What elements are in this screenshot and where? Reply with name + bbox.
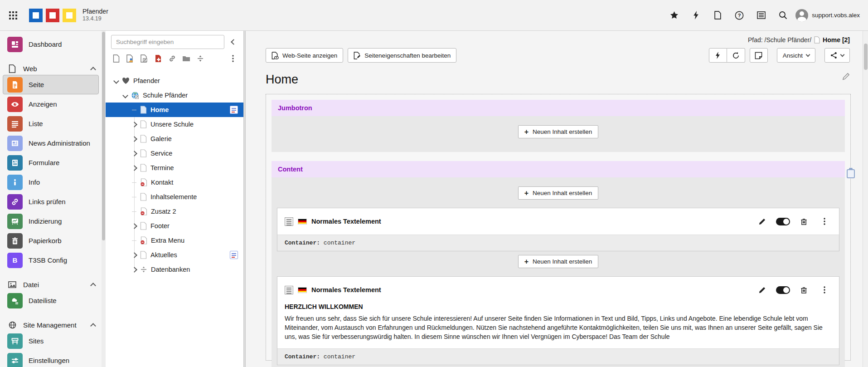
tree-node-inhaltselemente[interactable]: Inhaltselemente <box>106 190 243 204</box>
refresh-button[interactable] <box>727 48 745 63</box>
chevron-right-icon[interactable] <box>131 267 137 273</box>
page-module-icon <box>7 77 23 93</box>
edit-title-pencil-icon[interactable] <box>842 73 850 80</box>
chevron-right-icon[interactable] <box>131 136 137 142</box>
sidebar-item-dateiliste[interactable]: Dateiliste <box>3 291 99 310</box>
systeminfo-button[interactable] <box>752 6 770 24</box>
toggle-on-icon <box>776 286 790 294</box>
hidden-page-icon <box>140 236 147 245</box>
page-edit-icon <box>354 52 361 59</box>
sidebar-item-papierkorb[interactable]: Papierkorb <box>3 231 99 250</box>
sidebar-section-label: Web <box>23 65 37 73</box>
new-content-button[interactable]: + Neuen Inhalt erstellen <box>518 255 599 268</box>
new-content-button[interactable]: + Neuen Inhalt erstellen <box>518 186 599 200</box>
collapse-tree-button[interactable] <box>227 36 240 49</box>
sidebar-item-dashboard[interactable]: Dashboard <box>3 34 99 54</box>
clear-page-cache-button[interactable] <box>709 48 727 63</box>
section-body: + Neuen Inhalt erstellen Normales Textel… <box>272 177 845 367</box>
module-menu: Dashboard Web Seite Anzeigen Liste News … <box>0 31 102 367</box>
new-usersection-page-icon[interactable] <box>126 54 134 63</box>
tree-node-zusatz-2[interactable]: Zusatz 2 <box>106 204 243 219</box>
clear-cache-button[interactable] <box>687 6 705 24</box>
sidebar-item-seite[interactable]: Seite <box>3 75 99 94</box>
sidebar-item-liste[interactable]: Liste <box>3 114 99 133</box>
chevron-right-icon[interactable] <box>131 151 137 157</box>
sidebar-item-anzeigen[interactable]: Anzeigen <box>3 94 99 114</box>
scrollbar-thumb[interactable] <box>102 32 105 240</box>
module-menu-scrollbar[interactable] <box>102 31 106 367</box>
topbar: Pfaender 13.4.19 ? support.vobs.alex <box>0 0 868 31</box>
tree-node-unsere-schule[interactable]: Unsere Schule <box>106 117 243 132</box>
sidebar-item-t3sb-config[interactable]: B T3SB Config <box>3 250 99 270</box>
tree-options-kebab[interactable] <box>228 54 238 64</box>
sidebar-item-indizierung[interactable]: Indizierung <box>3 211 99 231</box>
clipboard-icon[interactable] <box>847 169 855 178</box>
tree-node-siteroot[interactable]: Schule Pfänder <box>106 88 243 103</box>
chevron-down-icon[interactable] <box>122 93 128 98</box>
user-menu[interactable]: support.vobs.alex <box>795 9 860 22</box>
tree-node-aktuelles[interactable]: Aktuelles <box>106 248 243 262</box>
tree-node-termine[interactable]: Termine <box>106 161 243 175</box>
sidebar-item-news-administration[interactable]: News Administration <box>3 133 99 153</box>
tree-node-service[interactable]: Service <box>106 146 243 161</box>
new-folder-icon[interactable] <box>182 54 190 63</box>
edit-button[interactable] <box>755 215 769 228</box>
visibility-toggle[interactable] <box>776 215 790 228</box>
content-scrollbar[interactable] <box>863 31 868 367</box>
new-hidden-page-icon[interactable] <box>154 54 162 63</box>
breadcrumb: Pfad: /Schule Pfänder/ Home [2] <box>266 35 850 44</box>
view-dropdown[interactable]: Ansicht <box>777 48 815 63</box>
tree-node-datenbanken[interactable]: Datenbanken <box>106 262 243 277</box>
new-spacer-icon[interactable] <box>196 54 204 63</box>
new-link-page-icon[interactable] <box>168 54 176 63</box>
chevron-right-icon[interactable] <box>131 122 137 127</box>
tree-node-footer[interactable]: Footer <box>106 219 243 233</box>
tree-search-input[interactable] <box>111 35 224 49</box>
delete-button[interactable] <box>796 284 811 296</box>
tree-node-home[interactable]: Home <box>106 103 243 117</box>
chevron-right-icon[interactable] <box>131 223 137 229</box>
tree-node-kontakt[interactable]: Kontakt <box>106 175 243 190</box>
scrollbar-thumb[interactable] <box>864 44 868 70</box>
chevron-right-icon[interactable] <box>131 165 137 171</box>
sidebar-section-web[interactable]: Web <box>0 62 102 75</box>
edit-button[interactable] <box>755 284 769 296</box>
document-icon <box>714 11 722 20</box>
brand-logo[interactable] <box>29 9 76 22</box>
sidebar-item-links-pruefen[interactable]: Links prüfen <box>3 192 99 211</box>
tree-node-label: Footer <box>150 222 170 230</box>
sidebar-section-datei[interactable]: Datei <box>0 278 102 291</box>
sidebar-item-info[interactable]: Info <box>3 172 99 192</box>
new-shortcut-page-icon[interactable] <box>140 54 148 63</box>
search-button[interactable] <box>774 6 792 24</box>
view-webpage-button[interactable]: Web-Seite anzeigen <box>266 48 343 63</box>
tree-node-extra-menu[interactable]: Extra Menu <box>106 233 243 248</box>
visibility-toggle[interactable] <box>776 284 790 296</box>
element-text: Wir freuen uns sehr, dass Sie sich für u… <box>285 314 832 341</box>
chevron-down-icon[interactable] <box>113 78 119 84</box>
share-dropdown[interactable] <box>824 48 850 63</box>
sidebar-item-einstellungen[interactable]: Einstellungen <box>3 351 99 367</box>
bookmark-button[interactable] <box>665 6 683 24</box>
edit-page-properties-button[interactable]: Seiteneigenschaften bearbeiten <box>348 48 456 63</box>
pencil-icon <box>758 286 766 294</box>
tree-node-galerie[interactable]: Galerie <box>106 132 243 146</box>
help-button[interactable]: ? <box>730 6 748 24</box>
new-content-button[interactable]: + Neuen Inhalt erstellen <box>518 125 599 138</box>
notes-button[interactable] <box>750 48 768 63</box>
container-value: container <box>324 240 355 246</box>
delete-button[interactable] <box>796 215 811 228</box>
section-jumbotron: Jumbotron + Neuen Inhalt erstellen <box>272 100 845 152</box>
sidebar-section-site-management[interactable]: Site Management <box>0 318 102 331</box>
more-options-kebab[interactable] <box>817 215 832 228</box>
chevron-right-icon[interactable] <box>131 252 137 258</box>
sidebar-item-label: Seite <box>29 81 44 88</box>
app-grid-icon[interactable] <box>0 0 26 31</box>
shortcut-doc-button[interactable] <box>708 6 727 24</box>
tree-node-root[interactable]: Pfaender <box>106 73 243 88</box>
sidebar-item-formulare[interactable]: Formulare <box>3 153 99 172</box>
sidebar-item-sites[interactable]: Sites <box>3 331 99 351</box>
tree-node-label: Schule Pfänder <box>143 92 188 99</box>
new-page-icon[interactable] <box>112 54 120 63</box>
more-options-kebab[interactable] <box>817 284 832 296</box>
